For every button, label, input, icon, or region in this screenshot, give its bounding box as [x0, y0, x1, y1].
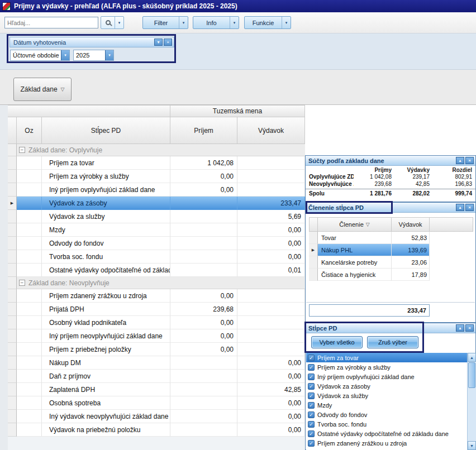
- info-button[interactable]: Info ▾: [193, 16, 239, 29]
- table-row[interactable]: Odvody do fondov0,00: [8, 237, 305, 250]
- checkbox-checked-icon[interactable]: ✓: [308, 430, 315, 437]
- table-row[interactable]: Nákup DM0,00: [8, 356, 305, 370]
- table-row[interactable]: Príjem za tovar1 042,08: [8, 156, 305, 170]
- cell-oz: [17, 170, 42, 183]
- collapse-minus-icon[interactable]: −: [19, 280, 25, 286]
- checkbox-checked-icon[interactable]: ✓: [308, 364, 315, 371]
- table-row[interactable]: Príjem z priebežnej položky0,00: [8, 343, 305, 356]
- column-header-stlpec-pd[interactable]: Stĺpec PD: [42, 117, 170, 144]
- pd-column-item[interactable]: ✓Mzdy: [306, 400, 467, 410]
- checkbox-checked-icon[interactable]: ✓: [308, 440, 315, 447]
- checkbox-checked-icon[interactable]: ✓: [308, 402, 315, 409]
- close-icon[interactable]: ×: [164, 39, 172, 46]
- table-row[interactable]: Mzdy0,00: [8, 223, 305, 237]
- search-input[interactable]: [4, 17, 98, 28]
- table-row[interactable]: Iný príjem neovplyvňujúci základ dane0,0…: [8, 329, 305, 343]
- chevron-down-icon[interactable]: ▾: [115, 17, 123, 28]
- chevron-down-icon[interactable]: ▾: [230, 17, 239, 28]
- breakdown-row[interactable]: Čistiace a hygienick17,89: [309, 269, 473, 281]
- pd-column-label: Príjem za tovar: [317, 355, 359, 361]
- select-all-button[interactable]: Vyber všetko: [311, 336, 363, 348]
- filter-sort-icon[interactable]: ▽: [366, 222, 370, 227]
- chevron-down-icon[interactable]: ▾: [154, 39, 163, 46]
- column-header-oz[interactable]: Oz: [17, 117, 42, 144]
- column-header-prijem[interactable]: Príjem: [170, 117, 237, 144]
- pd-column-item[interactable]: ✓Odvody do fondov: [306, 410, 467, 419]
- checkbox-checked-icon[interactable]: ✓: [308, 383, 315, 390]
- breakdown-rows: Tovar52,83▶Nákup PHL139,69Kancelárske po…: [309, 232, 473, 281]
- pd-column-item[interactable]: ✓Výdavok za služby: [306, 391, 467, 400]
- close-icon[interactable]: ×: [465, 324, 474, 332]
- chevron-down-icon[interactable]: ▾: [105, 50, 113, 60]
- table-row[interactable]: ▶Výdavok za zásoby233,47: [8, 197, 305, 210]
- table-row[interactable]: Príjem za výrobky a služby0,00: [8, 170, 305, 183]
- pd-column-item[interactable]: ✓Iný príjem ovplyvňujúci základ dane: [306, 372, 467, 381]
- chevron-down-icon[interactable]: ▾: [282, 17, 291, 28]
- clear-selection-button[interactable]: Zruš výber: [367, 336, 418, 348]
- chevron-down-icon[interactable]: ▾: [179, 17, 188, 28]
- table-row[interactable]: Výdavok na priebežnú položku0,00: [8, 423, 305, 437]
- pd-column-item[interactable]: ✓Tvorba soc. fondu: [306, 419, 467, 429]
- checkbox-checked-icon[interactable]: ✓: [308, 374, 315, 380]
- close-icon[interactable]: ×: [465, 157, 474, 164]
- table-row[interactable]: Prijatá DPH239,68: [8, 303, 305, 316]
- pd-column-item[interactable]: ✓Výdavok za zásoby: [306, 381, 467, 391]
- search-button[interactable]: ▾: [101, 16, 124, 29]
- table-row[interactable]: Daň z príjmov0,00: [8, 370, 305, 383]
- cell-oz: [17, 423, 42, 437]
- scrollbar-thumb[interactable]: [468, 362, 475, 388]
- column-header-vydavok[interactable]: Výdavok: [392, 217, 430, 232]
- scrollbar[interactable]: ▲ ▼: [467, 353, 476, 450]
- collapse-icon[interactable]: ▴: [456, 324, 464, 332]
- cell-vydavok: [237, 316, 305, 329]
- cell-oz: [17, 250, 42, 264]
- table-row[interactable]: Tvorba soc. fondu0,00: [8, 250, 305, 264]
- summary-label: Spolu: [309, 190, 354, 197]
- table-row[interactable]: Príjem zdanený zrážkou u zdroja0,00: [8, 289, 305, 303]
- checkbox-checked-icon[interactable]: ✓: [308, 355, 315, 361]
- table-row[interactable]: Ostatné výdavky odpočítateľné od základu…: [8, 264, 305, 277]
- table-row[interactable]: Iný príjem ovplyvňujúci základ dane0,00: [8, 183, 305, 197]
- scroll-up-icon[interactable]: ▲: [468, 353, 476, 362]
- group-by-zaklad-dane-button[interactable]: Základ dane ▽: [13, 78, 72, 101]
- column-header-clenenie[interactable]: Členenie ▽: [318, 217, 392, 232]
- breakdown-row[interactable]: Tovar52,83: [309, 232, 473, 244]
- cell-vydavok: [237, 343, 305, 356]
- pd-column-item[interactable]: ✓Príjem za výrobky a služby: [306, 362, 467, 372]
- table-row[interactable]: Iný výdavok neovplyvňujúci základ dane0,…: [8, 410, 305, 423]
- group-row[interactable]: −Základ dane: Ovplyvňuje: [8, 144, 305, 156]
- pd-column-item[interactable]: ✓Príjem za tovar: [306, 353, 467, 362]
- table-row[interactable]: Osobný vklad podnikateľa0,00: [8, 316, 305, 329]
- group-row[interactable]: −Základ dane: Neovplyvňuje: [8, 277, 305, 289]
- filter-panel-header[interactable]: Dátum vyhotovenia ▾ ×: [9, 37, 174, 47]
- cell-vydavok: 0,00: [237, 396, 305, 410]
- summary-col-rozdiel: Rozdiel: [430, 167, 472, 173]
- filter-button[interactable]: Filter ▾: [142, 16, 188, 29]
- pd-columns-panel-header[interactable]: Stĺpce PD ▴ ×: [306, 323, 475, 333]
- checkbox-checked-icon[interactable]: ✓: [308, 392, 315, 399]
- summary-panel-header[interactable]: Súčty podľa základu dane ▴ ×: [306, 156, 475, 166]
- row-indicator: [8, 410, 17, 423]
- collapse-icon[interactable]: ▴: [456, 157, 464, 164]
- column-header-vydavok[interactable]: Výdavok: [237, 117, 305, 144]
- cell-stlpec-pd: Prijatá DPH: [42, 303, 170, 316]
- year-combo[interactable]: 2025 ▾: [73, 50, 114, 61]
- period-combo[interactable]: Účtovné obdobie ▾: [10, 50, 70, 61]
- breakdown-row[interactable]: Kancelárske potreby23,06: [309, 256, 473, 269]
- pd-column-item[interactable]: ✓Príjem zdanený zrážkou u zdroja: [306, 438, 467, 448]
- checkbox-checked-icon[interactable]: ✓: [308, 421, 315, 428]
- chevron-down-icon[interactable]: ▾: [61, 50, 69, 60]
- table-row[interactable]: Osobná spotreba0,00: [8, 396, 305, 410]
- scroll-down-icon[interactable]: ▼: [468, 441, 476, 450]
- collapse-icon[interactable]: ▴: [456, 204, 464, 211]
- table-row[interactable]: Zaplatená DPH42,85: [8, 383, 305, 396]
- breakdown-panel-header[interactable]: Členenie stĺpca PD ▴ ×: [306, 203, 475, 213]
- breakdown-row[interactable]: ▶Nákup PHL139,69: [309, 244, 473, 256]
- funkcie-button[interactable]: Funkcie ▾: [244, 16, 291, 29]
- cell-prijem: 0,00: [170, 170, 237, 183]
- table-row[interactable]: Výdavok za služby5,69: [8, 210, 305, 223]
- close-icon[interactable]: ×: [465, 204, 474, 211]
- checkbox-checked-icon[interactable]: ✓: [308, 411, 315, 418]
- pd-column-item[interactable]: ✓Ostatné výdavky odpočítateľné od základ…: [306, 429, 467, 438]
- collapse-minus-icon[interactable]: −: [19, 147, 25, 153]
